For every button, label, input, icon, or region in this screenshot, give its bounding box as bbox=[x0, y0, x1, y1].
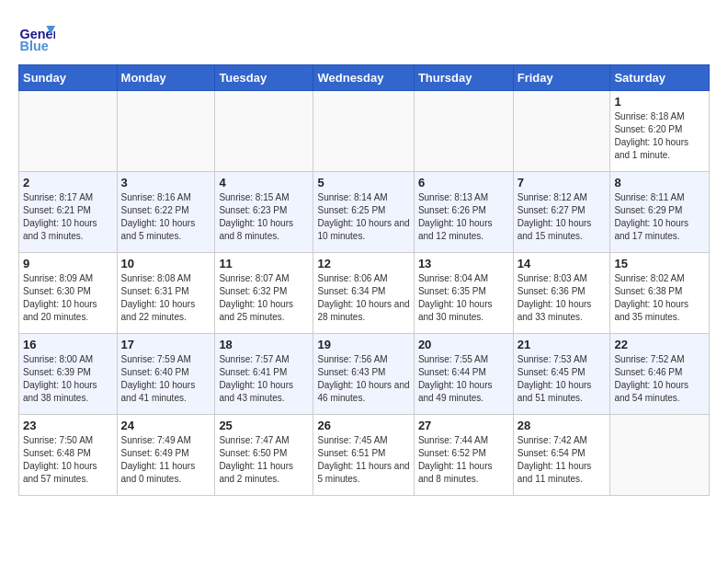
calendar-cell: 1Sunrise: 8:18 AM Sunset: 6:20 PM Daylig… bbox=[610, 91, 710, 172]
calendar-cell bbox=[215, 91, 313, 172]
day-number: 22 bbox=[614, 338, 705, 351]
calendar-cell bbox=[313, 91, 414, 172]
day-number: 9 bbox=[23, 257, 113, 270]
page-header: General Blue bbox=[18, 18, 710, 55]
day-number: 14 bbox=[518, 257, 607, 270]
day-number: 3 bbox=[121, 176, 211, 190]
day-info: Sunrise: 7:44 AM Sunset: 6:52 PM Dayligh… bbox=[418, 434, 509, 486]
day-number: 25 bbox=[219, 419, 309, 432]
day-header-thursday: Thursday bbox=[414, 65, 513, 91]
day-info: Sunrise: 8:13 AM Sunset: 6:26 PM Dayligh… bbox=[418, 191, 509, 243]
day-number: 4 bbox=[219, 176, 309, 190]
day-info: Sunrise: 8:14 AM Sunset: 6:25 PM Dayligh… bbox=[317, 191, 409, 243]
day-info: Sunrise: 8:03 AM Sunset: 6:36 PM Dayligh… bbox=[518, 272, 607, 324]
day-number: 6 bbox=[418, 176, 509, 190]
day-info: Sunrise: 8:09 AM Sunset: 6:30 PM Dayligh… bbox=[23, 272, 113, 324]
day-number: 2 bbox=[23, 176, 113, 190]
calendar-cell: 17Sunrise: 7:59 AM Sunset: 6:40 PM Dayli… bbox=[117, 334, 215, 415]
calendar-cell bbox=[19, 91, 118, 172]
day-info: Sunrise: 8:00 AM Sunset: 6:39 PM Dayligh… bbox=[23, 353, 113, 405]
day-info: Sunrise: 7:42 AM Sunset: 6:54 PM Dayligh… bbox=[518, 434, 607, 486]
calendar-cell: 27Sunrise: 7:44 AM Sunset: 6:52 PM Dayli… bbox=[414, 415, 513, 496]
day-number: 21 bbox=[518, 338, 607, 351]
day-number: 23 bbox=[23, 419, 113, 432]
day-number: 15 bbox=[614, 257, 705, 270]
week-row-4: 16Sunrise: 8:00 AM Sunset: 6:39 PM Dayli… bbox=[19, 334, 710, 415]
day-info: Sunrise: 8:06 AM Sunset: 6:34 PM Dayligh… bbox=[317, 272, 409, 324]
calendar-cell: 10Sunrise: 8:08 AM Sunset: 6:31 PM Dayli… bbox=[117, 253, 215, 334]
calendar-cell: 24Sunrise: 7:49 AM Sunset: 6:49 PM Dayli… bbox=[117, 415, 215, 496]
day-header-monday: Monday bbox=[117, 65, 215, 91]
day-info: Sunrise: 8:07 AM Sunset: 6:32 PM Dayligh… bbox=[219, 272, 309, 324]
day-info: Sunrise: 8:12 AM Sunset: 6:27 PM Dayligh… bbox=[518, 191, 607, 243]
day-number: 1 bbox=[614, 95, 705, 109]
calendar-cell: 2Sunrise: 8:17 AM Sunset: 6:21 PM Daylig… bbox=[19, 172, 118, 253]
week-row-1: 1Sunrise: 8:18 AM Sunset: 6:20 PM Daylig… bbox=[19, 91, 710, 172]
header-row: SundayMondayTuesdayWednesdayThursdayFrid… bbox=[19, 65, 710, 91]
logo: General Blue bbox=[18, 18, 59, 55]
day-number: 16 bbox=[23, 338, 113, 351]
calendar-cell: 14Sunrise: 8:03 AM Sunset: 6:36 PM Dayli… bbox=[513, 253, 610, 334]
calendar-cell bbox=[117, 91, 215, 172]
day-number: 12 bbox=[317, 257, 409, 270]
day-info: Sunrise: 7:49 AM Sunset: 6:49 PM Dayligh… bbox=[121, 434, 211, 486]
day-number: 27 bbox=[418, 419, 509, 432]
calendar-cell bbox=[513, 91, 610, 172]
day-header-wednesday: Wednesday bbox=[313, 65, 414, 91]
day-number: 17 bbox=[121, 338, 211, 351]
calendar-cell: 11Sunrise: 8:07 AM Sunset: 6:32 PM Dayli… bbox=[215, 253, 313, 334]
calendar-cell: 25Sunrise: 7:47 AM Sunset: 6:50 PM Dayli… bbox=[215, 415, 313, 496]
calendar-cell: 4Sunrise: 8:15 AM Sunset: 6:23 PM Daylig… bbox=[215, 172, 313, 253]
calendar-cell: 12Sunrise: 8:06 AM Sunset: 6:34 PM Dayli… bbox=[313, 253, 414, 334]
day-info: Sunrise: 8:16 AM Sunset: 6:22 PM Dayligh… bbox=[121, 191, 211, 243]
week-row-2: 2Sunrise: 8:17 AM Sunset: 6:21 PM Daylig… bbox=[19, 172, 710, 253]
svg-text:Blue: Blue bbox=[20, 39, 49, 53]
day-info: Sunrise: 7:47 AM Sunset: 6:50 PM Dayligh… bbox=[219, 434, 309, 486]
calendar-cell: 9Sunrise: 8:09 AM Sunset: 6:30 PM Daylig… bbox=[19, 253, 118, 334]
calendar-cell: 7Sunrise: 8:12 AM Sunset: 6:27 PM Daylig… bbox=[513, 172, 610, 253]
calendar-cell: 20Sunrise: 7:55 AM Sunset: 6:44 PM Dayli… bbox=[414, 334, 513, 415]
day-info: Sunrise: 8:02 AM Sunset: 6:38 PM Dayligh… bbox=[614, 272, 705, 324]
day-number: 7 bbox=[518, 176, 607, 190]
day-number: 8 bbox=[614, 176, 705, 190]
calendar-cell: 15Sunrise: 8:02 AM Sunset: 6:38 PM Dayli… bbox=[610, 253, 710, 334]
calendar-table: SundayMondayTuesdayWednesdayThursdayFrid… bbox=[18, 64, 710, 496]
day-info: Sunrise: 7:57 AM Sunset: 6:41 PM Dayligh… bbox=[219, 353, 309, 405]
day-info: Sunrise: 7:53 AM Sunset: 6:45 PM Dayligh… bbox=[518, 353, 607, 405]
day-header-sunday: Sunday bbox=[19, 65, 118, 91]
calendar-cell: 13Sunrise: 8:04 AM Sunset: 6:35 PM Dayli… bbox=[414, 253, 513, 334]
calendar-cell: 28Sunrise: 7:42 AM Sunset: 6:54 PM Dayli… bbox=[513, 415, 610, 496]
day-number: 20 bbox=[418, 338, 509, 351]
week-row-3: 9Sunrise: 8:09 AM Sunset: 6:30 PM Daylig… bbox=[19, 253, 710, 334]
day-info: Sunrise: 7:52 AM Sunset: 6:46 PM Dayligh… bbox=[614, 353, 705, 405]
calendar-cell: 8Sunrise: 8:11 AM Sunset: 6:29 PM Daylig… bbox=[610, 172, 710, 253]
calendar-cell: 22Sunrise: 7:52 AM Sunset: 6:46 PM Dayli… bbox=[610, 334, 710, 415]
calendar-cell: 16Sunrise: 8:00 AM Sunset: 6:39 PM Dayli… bbox=[19, 334, 118, 415]
calendar-cell: 26Sunrise: 7:45 AM Sunset: 6:51 PM Dayli… bbox=[313, 415, 414, 496]
calendar-cell: 18Sunrise: 7:57 AM Sunset: 6:41 PM Dayli… bbox=[215, 334, 313, 415]
day-number: 18 bbox=[219, 338, 309, 351]
day-number: 13 bbox=[418, 257, 509, 270]
day-info: Sunrise: 8:11 AM Sunset: 6:29 PM Dayligh… bbox=[614, 191, 705, 243]
day-header-saturday: Saturday bbox=[610, 65, 710, 91]
day-info: Sunrise: 8:17 AM Sunset: 6:21 PM Dayligh… bbox=[23, 191, 113, 243]
day-number: 11 bbox=[219, 257, 309, 270]
day-info: Sunrise: 7:59 AM Sunset: 6:40 PM Dayligh… bbox=[121, 353, 211, 405]
calendar-cell: 5Sunrise: 8:14 AM Sunset: 6:25 PM Daylig… bbox=[313, 172, 414, 253]
day-number: 19 bbox=[317, 338, 409, 351]
day-info: Sunrise: 8:04 AM Sunset: 6:35 PM Dayligh… bbox=[418, 272, 509, 324]
calendar-cell: 21Sunrise: 7:53 AM Sunset: 6:45 PM Dayli… bbox=[513, 334, 610, 415]
day-number: 10 bbox=[121, 257, 211, 270]
day-number: 5 bbox=[317, 176, 409, 190]
day-info: Sunrise: 7:45 AM Sunset: 6:51 PM Dayligh… bbox=[317, 434, 409, 486]
logo-icon: General Blue bbox=[18, 18, 55, 55]
day-info: Sunrise: 7:50 AM Sunset: 6:48 PM Dayligh… bbox=[23, 434, 113, 486]
calendar-cell: 3Sunrise: 8:16 AM Sunset: 6:22 PM Daylig… bbox=[117, 172, 215, 253]
day-header-friday: Friday bbox=[513, 65, 610, 91]
day-info: Sunrise: 7:56 AM Sunset: 6:43 PM Dayligh… bbox=[317, 353, 409, 405]
calendar-cell: 6Sunrise: 8:13 AM Sunset: 6:26 PM Daylig… bbox=[414, 172, 513, 253]
calendar-cell bbox=[610, 415, 710, 496]
day-info: Sunrise: 8:08 AM Sunset: 6:31 PM Dayligh… bbox=[121, 272, 211, 324]
week-row-5: 23Sunrise: 7:50 AM Sunset: 6:48 PM Dayli… bbox=[19, 415, 710, 496]
day-info: Sunrise: 8:18 AM Sunset: 6:20 PM Dayligh… bbox=[614, 110, 705, 162]
